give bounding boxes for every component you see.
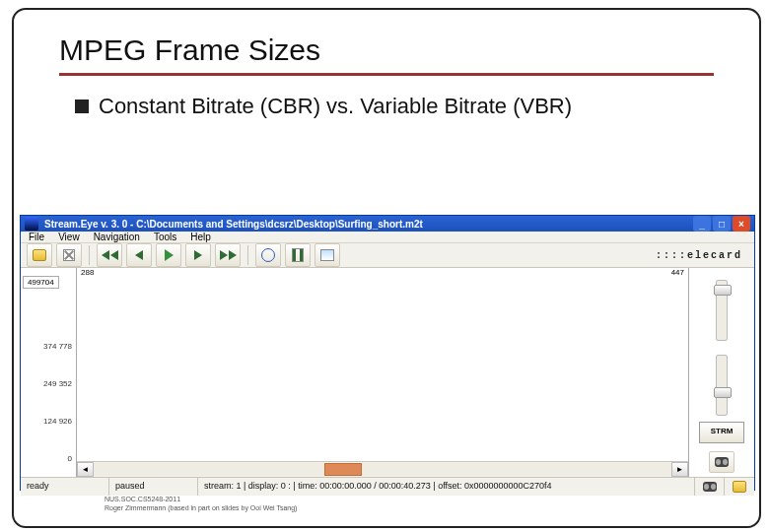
- bullet-icon: [75, 100, 89, 113]
- toolbar: ::::elecard: [21, 243, 754, 268]
- step-forward-icon: [194, 250, 202, 260]
- y-max-box: 499704: [23, 276, 59, 289]
- window-title: Stream.Eye v. 3. 0 - C:\Documents and Se…: [44, 219, 693, 230]
- close-file-button[interactable]: [56, 243, 82, 267]
- window-titlebar[interactable]: Stream.Eye v. 3. 0 - C:\Documents and Se…: [21, 216, 754, 232]
- footer-line-1: NUS.SOC.CS5248-2011: [105, 496, 297, 503]
- menu-navigation[interactable]: Navigation: [94, 232, 140, 242]
- page-title: MPEG Frame Sizes: [59, 33, 714, 76]
- y-tick-label: 0: [68, 454, 72, 463]
- menubar: File View Navigation Tools Help: [21, 232, 754, 243]
- stream-selector[interactable]: STRM: [699, 422, 744, 443]
- scroll-thumb[interactable]: [324, 463, 362, 476]
- find-button[interactable]: [709, 451, 734, 473]
- app-window: Stream.Eye v. 3. 0 - C:\Documents and Se…: [20, 215, 755, 491]
- stream-info-button[interactable]: [255, 243, 281, 267]
- forward-icon: [220, 250, 228, 260]
- skip-forward-button[interactable]: [215, 243, 241, 267]
- skip-back-button[interactable]: [97, 243, 122, 267]
- y-tick-label: 374 778: [43, 342, 72, 351]
- menu-help[interactable]: Help: [190, 232, 211, 242]
- status-tool[interactable]: [725, 478, 754, 496]
- step-forward-button[interactable]: [185, 243, 211, 267]
- play-button[interactable]: [156, 243, 181, 267]
- menu-file[interactable]: File: [29, 232, 44, 242]
- zoom-vertical-slider[interactable]: [716, 280, 728, 341]
- status-info: stream: 1 | display: 0 : | time: 00:00:0…: [198, 478, 695, 496]
- status-bar: ready paused stream: 1 | display: 0 : | …: [21, 477, 754, 496]
- step-back-icon: [135, 250, 143, 260]
- status-search[interactable]: [695, 478, 725, 496]
- window-maximize-button[interactable]: □: [713, 216, 731, 232]
- frame-size-chart[interactable]: 288 447 ◄ ►: [76, 268, 689, 477]
- picture-view-button[interactable]: [315, 243, 340, 267]
- play-icon: [165, 249, 174, 261]
- window-minimize-button[interactable]: _: [693, 216, 711, 232]
- footer-line-2: Roger Zimmermann (based in part on slide…: [105, 504, 297, 512]
- scroll-left-button[interactable]: ◄: [77, 462, 94, 477]
- x-min-label: 288: [81, 268, 94, 277]
- binoculars-icon: [715, 457, 729, 467]
- step-back-button[interactable]: [126, 243, 152, 267]
- menu-tools[interactable]: Tools: [154, 232, 176, 242]
- frame-info-button[interactable]: [285, 243, 311, 267]
- y-tick-label: 124 926: [43, 417, 72, 426]
- status-play: paused: [109, 478, 198, 496]
- app-icon: [25, 217, 38, 231]
- bullet-text: Constant Bitrate (CBR) vs. Variable Bitr…: [99, 94, 572, 119]
- status-state: ready: [21, 478, 109, 496]
- bar-chart-icon: [292, 248, 304, 262]
- y-axis: 499704 0124 926249 352374 778: [21, 268, 76, 477]
- menu-view[interactable]: View: [58, 232, 80, 242]
- x-max-label: 447: [671, 268, 684, 277]
- y-tick-label: 249 352: [43, 379, 72, 388]
- folder-open-icon: [733, 481, 746, 493]
- scroll-right-button[interactable]: ►: [671, 462, 688, 477]
- rewind-icon: [110, 250, 118, 260]
- rewind-icon: [102, 250, 109, 260]
- close-icon: [63, 249, 75, 261]
- scale-vertical-slider[interactable]: [716, 355, 728, 416]
- open-file-button[interactable]: [27, 243, 52, 267]
- info-icon: [261, 248, 275, 262]
- folder-open-icon: [33, 249, 46, 261]
- window-close-button[interactable]: ×: [733, 216, 750, 232]
- slide-footer: NUS.SOC.CS5248-2011 Roger Zimmermann (ba…: [105, 496, 297, 512]
- brand-logo: ::::elecard: [656, 250, 748, 261]
- picture-icon: [320, 249, 334, 261]
- binoculars-icon: [703, 482, 717, 492]
- timeline-scrollbar[interactable]: ◄ ►: [77, 461, 688, 477]
- forward-icon: [229, 250, 237, 260]
- chart-side-panel: STRM: [689, 268, 754, 477]
